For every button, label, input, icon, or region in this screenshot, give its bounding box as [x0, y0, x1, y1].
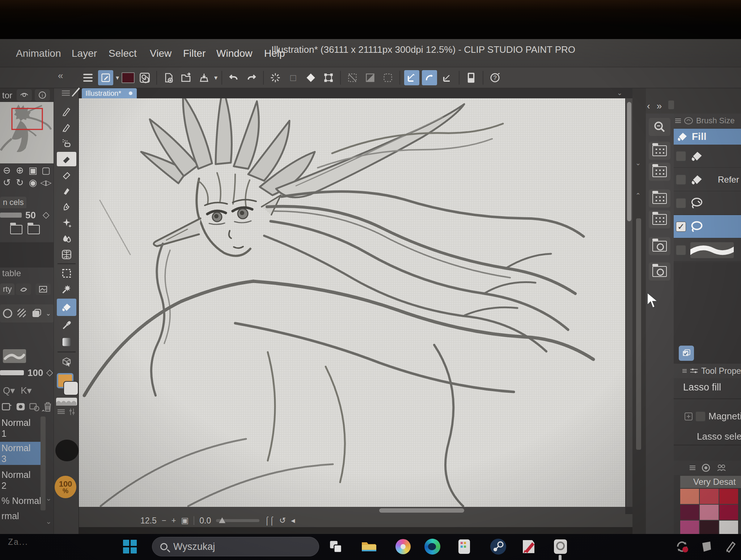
search-input[interactable]: Wyszukaj — [152, 537, 319, 556]
canvas-horizontal-scrollbar[interactable] — [79, 507, 625, 514]
layer-scroll-down-icon[interactable]: ⌄ — [46, 517, 52, 526]
dock-scrollbar[interactable] — [636, 218, 641, 450]
tray-sync-icon[interactable] — [674, 538, 690, 555]
layer-scrollbar[interactable] — [41, 416, 46, 510]
opacity-badge[interactable]: 100 % — [55, 476, 76, 498]
airbrush-tool-icon[interactable] — [57, 136, 76, 150]
tray-onenote-icon[interactable] — [698, 538, 715, 555]
fill-group-header[interactable]: Fill — [674, 129, 741, 145]
steam-app-icon[interactable] — [490, 538, 507, 555]
clip-studio-icon[interactable] — [552, 538, 569, 555]
open-file-icon[interactable] — [179, 70, 194, 85]
layer-row[interactable]: Normal2 — [0, 469, 43, 492]
tray-pen-icon[interactable] — [722, 538, 739, 555]
decoration-tool-icon[interactable] — [57, 215, 76, 230]
collapse-dock-icon[interactable]: « — [58, 70, 63, 81]
rotate-ccw-icon[interactable]: ⌠⌠ — [264, 516, 274, 525]
subtool-checkbox[interactable] — [676, 198, 686, 208]
photos-app-icon[interactable] — [395, 538, 411, 555]
soft-eraser-tool-icon[interactable] — [57, 168, 76, 182]
expand-icon[interactable]: ⌄ — [46, 309, 51, 317]
menu-select[interactable]: Select — [109, 48, 137, 59]
current-color-swatch[interactable] — [122, 72, 135, 83]
rotate-right-icon[interactable]: ↻ — [14, 176, 26, 189]
zoom-group-icon[interactable] — [649, 118, 670, 136]
object-operation-tool-icon[interactable] — [57, 354, 76, 369]
canvas-scroll-up-icon[interactable]: ⌄ — [617, 89, 622, 97]
color-set-icon[interactable] — [58, 409, 65, 410]
fit-screen-icon[interactable]: ▣ — [27, 164, 39, 176]
navigator-thumbnail[interactable] — [0, 102, 54, 163]
layer-scroll-down-icon[interactable]: ⌄ — [46, 494, 52, 503]
fit-icon[interactable]: ▣ — [181, 516, 189, 525]
help-icon[interactable]: ? — [487, 70, 503, 85]
menu-window[interactable]: Window — [216, 48, 253, 59]
menu-animation[interactable]: Animation — [16, 48, 61, 59]
color-circle-icon[interactable] — [701, 463, 711, 473]
blend-drop-tool-icon[interactable] — [57, 231, 76, 246]
background-color-swatch[interactable] — [64, 382, 78, 395]
subtool-row-lasso-fill-selected[interactable]: ✓ — [674, 215, 741, 238]
calculator-app-icon[interactable] — [456, 538, 473, 555]
subtool-row-brush-stroke[interactable] — [674, 239, 741, 262]
auto-select-wand-icon[interactable] — [57, 282, 76, 296]
dock-handle-box[interactable] — [668, 101, 674, 109]
palette-swatch[interactable] — [719, 505, 738, 520]
opacity-slider[interactable] — [0, 370, 24, 375]
save-dropdown-icon[interactable]: ▾ — [214, 74, 217, 82]
palette-swatch[interactable] — [680, 489, 699, 504]
material-folder-icon[interactable] — [649, 163, 670, 181]
fill-tool-icon-selected[interactable] — [57, 299, 76, 316]
eyedropper-tool-icon[interactable] — [57, 318, 76, 333]
main-menu-icon[interactable] — [80, 70, 96, 85]
menu-layer[interactable]: Layer — [72, 48, 97, 59]
subtool-checkbox[interactable] — [676, 151, 686, 161]
grid-globe-tool-icon[interactable] — [57, 247, 76, 262]
canvas-vertical-scrollbar[interactable] — [626, 98, 632, 507]
antialias-off-icon[interactable] — [2, 308, 13, 319]
selection-off-icon[interactable] — [345, 70, 360, 85]
dock-scroll-up-icon[interactable]: ⌃ — [635, 192, 641, 200]
crop-frame-icon[interactable] — [321, 70, 336, 85]
blend-square-icon[interactable] — [31, 308, 42, 319]
subtool-row-lasso-pen[interactable] — [674, 192, 741, 215]
panel-menu-icon[interactable] — [675, 119, 681, 119]
liquify-tool-icon[interactable] — [57, 200, 76, 214]
property-image-icon[interactable] — [35, 283, 51, 295]
redo-icon[interactable] — [244, 70, 259, 85]
zoom-plus-icon[interactable]: + — [172, 516, 176, 525]
edge-browser-icon[interactable] — [424, 538, 441, 555]
rotation-slider[interactable] — [216, 519, 259, 522]
palette-swatch[interactable] — [680, 521, 699, 536]
clip-studio-spiral-icon[interactable] — [137, 70, 152, 85]
layer-row[interactable]: Normal1 — [0, 416, 43, 440]
image-material-folder-icon[interactable] — [649, 262, 670, 281]
subtool-row-refer-fill[interactable]: Refer — [674, 168, 741, 191]
layer-row[interactable]: % Normal — [0, 495, 43, 507]
hatch-icon[interactable] — [17, 308, 27, 319]
start-button[interactable] — [122, 538, 138, 555]
navigator-tab-label[interactable]: tor — [2, 90, 12, 101]
palette-swatch[interactable] — [700, 505, 719, 520]
tool-dropdown-icon[interactable]: ▾ — [116, 74, 119, 82]
prev-icon[interactable]: ◂ — [291, 516, 295, 525]
marquee-tool-icon[interactable] — [57, 266, 76, 281]
timetable-label[interactable]: table — [2, 268, 21, 278]
subtool-checkbox[interactable] — [676, 245, 686, 255]
menu-filter[interactable]: Filter — [183, 48, 206, 59]
material-folder-icon[interactable] — [649, 189, 670, 208]
material-folder-icon[interactable] — [649, 210, 670, 228]
fill-diamond-icon[interactable] — [303, 70, 318, 85]
effect-dropdown-icon[interactable]: K▾ — [21, 385, 31, 396]
animation-cels-tab[interactable]: n cels — [0, 197, 26, 208]
color-slider-icon[interactable] — [68, 408, 76, 417]
palette-swatch[interactable] — [700, 489, 719, 504]
tool-property-menu-icon[interactable] — [682, 369, 687, 370]
pen-tool-icon[interactable] — [57, 104, 76, 119]
reset-rotation-icon[interactable]: ◉ — [27, 176, 39, 189]
blend-tool-icon[interactable] — [57, 184, 76, 198]
save-icon[interactable] — [196, 70, 212, 85]
subtool-checkbox-checked[interactable]: ✓ — [676, 222, 686, 232]
snap-ruler-icon[interactable] — [404, 70, 419, 85]
zoom-minus-icon[interactable]: − — [162, 516, 166, 525]
